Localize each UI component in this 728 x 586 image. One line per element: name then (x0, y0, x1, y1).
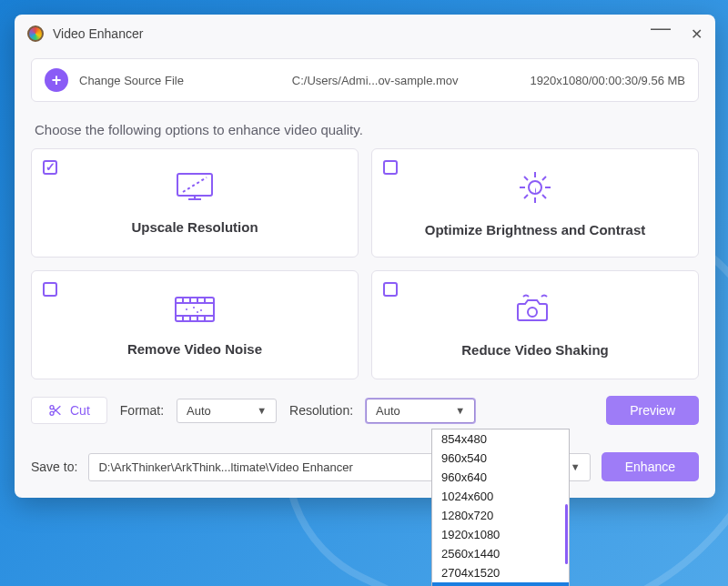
window-controls: — ✕ (651, 22, 703, 45)
monitor-icon (176, 172, 214, 207)
add-source-button[interactable]: + (45, 68, 68, 92)
checkbox-deshake[interactable] (383, 282, 398, 297)
resolution-option[interactable]: 3840x2160 (432, 582, 569, 586)
svg-line-9 (524, 177, 528, 180)
palette-icon (27, 25, 44, 42)
source-meta: 1920x1080/00:00:30/9.56 MB (530, 74, 685, 87)
resolution-option[interactable]: 2560x1440 (432, 544, 569, 563)
resolution-dropdown: 854x480960x540960x6401024x6001280x720192… (431, 429, 570, 586)
svg-rect-0 (177, 174, 212, 196)
cut-button[interactable]: Cut (31, 397, 107, 424)
card-reduce-shaking[interactable]: Reduce Video Shaking (371, 270, 699, 379)
svg-line-11 (542, 177, 546, 180)
format-value: Auto (187, 404, 211, 418)
scrollbar-thumb[interactable] (565, 504, 568, 564)
svg-rect-13 (176, 298, 214, 321)
resolution-option[interactable]: 960x640 (432, 468, 569, 487)
svg-point-28 (528, 308, 537, 317)
resolution-option[interactable]: 1280x720 (432, 506, 569, 525)
card-label: Reduce Video Shaking (461, 342, 608, 358)
app-window: Video Enhancer — ✕ + Change Source File … (15, 15, 715, 498)
resolution-option[interactable]: 960x540 (432, 449, 569, 468)
caret-down-icon: ▼ (571, 461, 581, 472)
card-label: Optimize Brightness and Contrast (425, 222, 646, 237)
brightness-icon (517, 169, 553, 209)
caret-down-icon: ▼ (455, 405, 465, 416)
instruction-text: Choose the following options to enhance … (35, 122, 695, 137)
card-brightness-contrast[interactable]: Optimize Brightness and Contrast (371, 148, 699, 258)
svg-point-25 (193, 307, 195, 308)
enhance-button[interactable]: Enhance (602, 452, 699, 481)
content-area: + Change Source File C:/Users/Admi...ov-… (15, 53, 715, 498)
caret-down-icon: ▼ (257, 405, 267, 416)
checkbox-upscale[interactable] (43, 160, 57, 175)
film-noise-icon (174, 294, 216, 328)
svg-point-27 (197, 311, 198, 313)
card-upscale-resolution[interactable]: Upscale Resolution (31, 148, 359, 258)
resolution-option[interactable]: 854x480 (432, 429, 569, 449)
controls-row: Cut Format: Auto ▼ Resolution: Auto ▼ Pr… (31, 396, 699, 425)
titlebar: Video Enhancer — ✕ (15, 15, 715, 53)
minimize-button[interactable]: — (651, 16, 671, 40)
scissors-icon (48, 403, 63, 418)
card-label: Remove Video Noise (127, 341, 262, 357)
resolution-value: Auto (376, 404, 400, 418)
save-path-value: D:\ArkThinker\ArkThink...ltimate\Video E… (98, 460, 352, 474)
source-path: C:/Users/Admi...ov-sample.mov (220, 74, 531, 87)
source-bar: + Change Source File C:/Users/Admi...ov-… (31, 58, 699, 102)
svg-line-10 (542, 195, 546, 198)
cut-label: Cut (70, 403, 90, 418)
svg-point-26 (200, 309, 202, 311)
preview-button[interactable]: Preview (606, 396, 699, 425)
checkbox-brightness[interactable] (383, 160, 398, 175)
format-label: Format: (120, 403, 164, 418)
resolution-option[interactable]: 2704x1520 (432, 563, 569, 582)
options-grid: Upscale Resolution (31, 148, 699, 379)
svg-point-24 (186, 308, 187, 310)
resolution-option[interactable]: 1920x1080 (432, 525, 569, 544)
svg-line-1 (183, 177, 207, 192)
window-title: Video Enhancer (53, 26, 143, 41)
svg-line-12 (524, 195, 528, 198)
resolution-option[interactable]: 1024x600 (432, 487, 569, 506)
resolution-select[interactable]: Auto ▼ (366, 399, 475, 423)
save-row: Save to: D:\ArkThinker\ArkThink...ltimat… (31, 452, 699, 481)
resolution-label: Resolution: (289, 403, 353, 418)
change-source-label[interactable]: Change Source File (79, 74, 184, 87)
checkbox-denoise[interactable] (43, 282, 57, 297)
card-label: Upscale Resolution (131, 219, 258, 235)
save-to-label: Save to: (31, 460, 77, 474)
camera-shake-icon (514, 293, 556, 329)
card-remove-noise[interactable]: Remove Video Noise (31, 270, 359, 379)
format-select[interactable]: Auto ▼ (177, 399, 277, 423)
close-button[interactable]: ✕ (691, 25, 703, 43)
